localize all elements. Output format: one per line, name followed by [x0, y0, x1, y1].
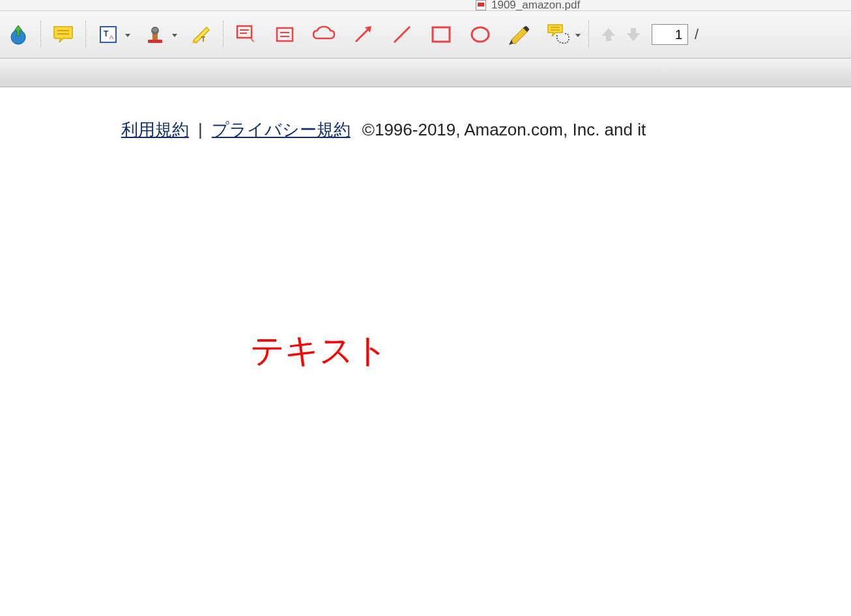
page-number-input[interactable] [652, 24, 688, 45]
page-up-icon [599, 25, 618, 44]
svg-point-20 [472, 27, 489, 42]
svg-text:T: T [201, 36, 205, 43]
text-annotation[interactable]: テキスト [250, 328, 388, 374]
separator [223, 21, 224, 48]
lasso-note-button[interactable] [544, 20, 573, 49]
svg-line-18 [394, 27, 410, 42]
lasso-note-dropdown[interactable] [575, 34, 581, 37]
callout-button[interactable] [270, 20, 299, 49]
terms-link[interactable]: 利用規約 [121, 119, 189, 141]
line-icon [391, 23, 413, 46]
pencil-button[interactable] [505, 20, 534, 49]
svg-line-17 [356, 29, 369, 42]
svg-point-9 [152, 28, 158, 32]
document-footer: 利用規約 | プライバシー規約 ©1996-2019, Amazon.com, … [121, 119, 646, 141]
highlighter-button[interactable]: T [186, 20, 215, 49]
highlighter-icon: T [190, 23, 212, 46]
lasso-note-icon [547, 23, 570, 46]
svg-rect-6 [148, 40, 162, 43]
tab-filename[interactable]: 1909_amazon.pdf [491, 0, 580, 10]
page-separator: / [695, 26, 699, 43]
privacy-link[interactable]: プライバシー規約 [212, 119, 351, 141]
svg-rect-19 [433, 27, 450, 42]
copyright-text: ©1996-2019, Amazon.com, Inc. and it [362, 120, 646, 140]
cloud-button[interactable] [310, 20, 338, 49]
annotation-toolbar: T A T [0, 10, 851, 59]
oval-icon [470, 25, 491, 44]
svg-rect-14 [277, 28, 293, 41]
oval-button[interactable] [466, 20, 495, 49]
tab-bar: 1909_amazon.pdf [0, 0, 851, 10]
text-markup-icon: T A [98, 25, 118, 44]
page-down-icon [624, 25, 642, 44]
separator [85, 21, 86, 48]
page-up-button[interactable] [597, 23, 620, 46]
arrow-icon [352, 23, 374, 46]
rectangle-button[interactable] [427, 20, 455, 49]
separator [40, 21, 41, 48]
rectangle-icon [431, 25, 452, 44]
share-button[interactable] [4, 20, 33, 49]
separator [588, 21, 589, 48]
textbox-icon [235, 24, 256, 45]
svg-text:T: T [104, 29, 109, 38]
text-markup-dropdown[interactable] [125, 34, 130, 37]
arrow-button[interactable] [349, 20, 377, 49]
secondary-toolbar [0, 59, 851, 87]
share-icon [8, 24, 29, 45]
stamp-icon [145, 24, 166, 45]
stamp-dropdown[interactable] [172, 34, 177, 37]
cloud-icon [312, 25, 336, 44]
textbox-button[interactable] [231, 20, 260, 49]
svg-rect-11 [237, 26, 252, 38]
svg-text:A: A [109, 34, 113, 40]
note-icon [53, 25, 74, 44]
footer-divider: | [198, 120, 203, 140]
text-markup-button[interactable]: T A [94, 20, 123, 49]
stamp-button[interactable] [141, 20, 169, 49]
callout-icon [275, 25, 295, 44]
pencil-icon [509, 24, 530, 45]
document-viewport[interactable]: 利用規約 | プライバシー規約 ©1996-2019, Amazon.com, … [0, 87, 851, 616]
line-button[interactable] [388, 20, 416, 49]
page-down-button[interactable] [622, 23, 645, 46]
pdf-file-icon [476, 0, 486, 10]
sticky-note-button[interactable] [49, 20, 78, 49]
